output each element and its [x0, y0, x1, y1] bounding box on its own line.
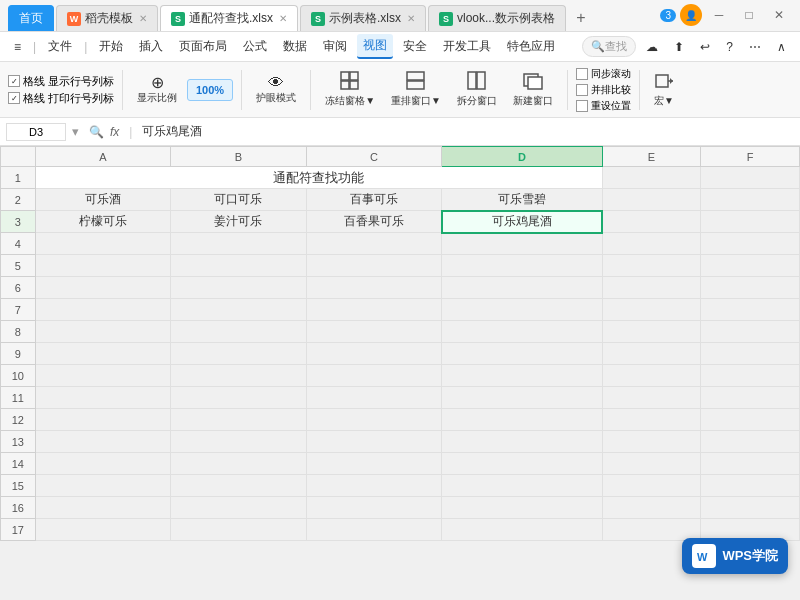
cell-d14[interactable]	[442, 453, 602, 475]
cell-f2[interactable]	[701, 189, 800, 211]
cell-e10[interactable]	[602, 365, 701, 387]
row-header-6[interactable]: 6	[1, 277, 36, 299]
menu-start[interactable]: 开始	[93, 35, 129, 58]
sync-scroll-row[interactable]: 同步滚动	[576, 67, 631, 81]
cell-f11[interactable]	[701, 387, 800, 409]
side-by-side-row[interactable]: 并排比较	[576, 83, 631, 97]
user-avatar[interactable]: 👤	[680, 4, 702, 26]
close-template-tab[interactable]: ✕	[139, 13, 147, 24]
cell-b3[interactable]: 姜汁可乐	[171, 211, 307, 233]
cell-a3[interactable]: 柠檬可乐	[35, 211, 171, 233]
menu-layout[interactable]: 页面布局	[173, 35, 233, 58]
cell-b16[interactable]	[171, 497, 307, 519]
menu-hamburger[interactable]: ≡	[8, 37, 27, 57]
rearrange-button[interactable]: 重排窗口▼	[385, 67, 447, 112]
cell-b6[interactable]	[171, 277, 307, 299]
cell-d9[interactable]	[442, 343, 602, 365]
cell-c5[interactable]	[306, 255, 442, 277]
cell-c11[interactable]	[306, 387, 442, 409]
cell-e16[interactable]	[602, 497, 701, 519]
cell-d3-selected[interactable]: 可乐鸡尾酒	[442, 211, 602, 233]
row-header-5[interactable]: 5	[1, 255, 36, 277]
cell-d10[interactable]	[442, 365, 602, 387]
cell-c6[interactable]	[306, 277, 442, 299]
cell-d11[interactable]	[442, 387, 602, 409]
row-header-10[interactable]: 10	[1, 365, 36, 387]
cell-d15[interactable]	[442, 475, 602, 497]
cell-c13[interactable]	[306, 431, 442, 453]
row-header-17[interactable]: 17	[1, 519, 36, 541]
menu-upload[interactable]: ⬆	[668, 37, 690, 57]
tab-wildcard[interactable]: S 通配符查找.xlsx ✕	[160, 5, 298, 31]
cell-b5[interactable]	[171, 255, 307, 277]
menu-security[interactable]: 安全	[397, 35, 433, 58]
cell-e4[interactable]	[602, 233, 701, 255]
col-header-c[interactable]: C	[306, 147, 442, 167]
cell-f7[interactable]	[701, 299, 800, 321]
menu-collapse[interactable]: ∧	[771, 37, 792, 57]
menu-review[interactable]: 审阅	[317, 35, 353, 58]
cell-f6[interactable]	[701, 277, 800, 299]
menu-insert[interactable]: 插入	[133, 35, 169, 58]
cell-f13[interactable]	[701, 431, 800, 453]
cell-f9[interactable]	[701, 343, 800, 365]
cell-c15[interactable]	[306, 475, 442, 497]
cell-e2[interactable]	[602, 189, 701, 211]
col-header-b[interactable]: B	[171, 147, 307, 167]
cell-a14[interactable]	[35, 453, 171, 475]
row-header-13[interactable]: 13	[1, 431, 36, 453]
cell-e15[interactable]	[602, 475, 701, 497]
row-header-1[interactable]: 1	[1, 167, 36, 189]
col-header-d[interactable]: D	[442, 147, 602, 167]
cell-a8[interactable]	[35, 321, 171, 343]
formula-value[interactable]: 可乐鸡尾酒	[142, 123, 794, 140]
wps-badge[interactable]: W WPS学院	[682, 538, 788, 574]
cell-d8[interactable]	[442, 321, 602, 343]
gridlines-checkbox[interactable]: ✓ 格线 显示行号列标	[8, 74, 114, 89]
cell-a17[interactable]	[35, 519, 171, 541]
cell-e17[interactable]	[602, 519, 701, 541]
print-gridlines-checkbox[interactable]: ✓ 格线 打印行号列标	[8, 91, 114, 106]
cell-f16[interactable]	[701, 497, 800, 519]
tab-example[interactable]: S 示例表格.xlsx ✕	[300, 5, 426, 31]
row-header-7[interactable]: 7	[1, 299, 36, 321]
cell-f3[interactable]	[701, 211, 800, 233]
menu-history[interactable]: ↩	[694, 37, 716, 57]
cell-c12[interactable]	[306, 409, 442, 431]
cell-c17[interactable]	[306, 519, 442, 541]
cell-c4[interactable]	[306, 233, 442, 255]
cell-b10[interactable]	[171, 365, 307, 387]
cell-b17[interactable]	[171, 519, 307, 541]
row-header-9[interactable]: 9	[1, 343, 36, 365]
menu-more[interactable]: ⋯	[743, 37, 767, 57]
add-tab-button[interactable]: +	[568, 5, 594, 31]
freeze-button[interactable]: 冻结窗格▼	[319, 67, 381, 112]
menu-special[interactable]: 特色应用	[501, 35, 561, 58]
cell-c3[interactable]: 百香果可乐	[306, 211, 442, 233]
cell-f4[interactable]	[701, 233, 800, 255]
cell-f1[interactable]	[701, 167, 800, 189]
cell-a12[interactable]	[35, 409, 171, 431]
cell-a15[interactable]	[35, 475, 171, 497]
search-box[interactable]: 🔍 查找	[582, 36, 636, 57]
split-button[interactable]: 拆分窗口	[451, 67, 503, 112]
cell-c7[interactable]	[306, 299, 442, 321]
cell-d13[interactable]	[442, 431, 602, 453]
row-header-2[interactable]: 2	[1, 189, 36, 211]
cell-e6[interactable]	[602, 277, 701, 299]
cell-c10[interactable]	[306, 365, 442, 387]
macro-button[interactable]: 宏▼	[648, 67, 680, 112]
zoom-value-button[interactable]: 100%	[187, 79, 233, 101]
cell-e11[interactable]	[602, 387, 701, 409]
cell-b4[interactable]	[171, 233, 307, 255]
cell-c2[interactable]: 百事可乐	[306, 189, 442, 211]
menu-cloud[interactable]: ☁	[640, 37, 664, 57]
cell-a2[interactable]: 可乐酒	[35, 189, 171, 211]
close-example-tab[interactable]: ✕	[407, 13, 415, 24]
cell-d16[interactable]	[442, 497, 602, 519]
maximize-button[interactable]: □	[736, 4, 762, 26]
cell-c16[interactable]	[306, 497, 442, 519]
row-header-12[interactable]: 12	[1, 409, 36, 431]
menu-help[interactable]: ?	[720, 37, 739, 57]
cell-a13[interactable]	[35, 431, 171, 453]
